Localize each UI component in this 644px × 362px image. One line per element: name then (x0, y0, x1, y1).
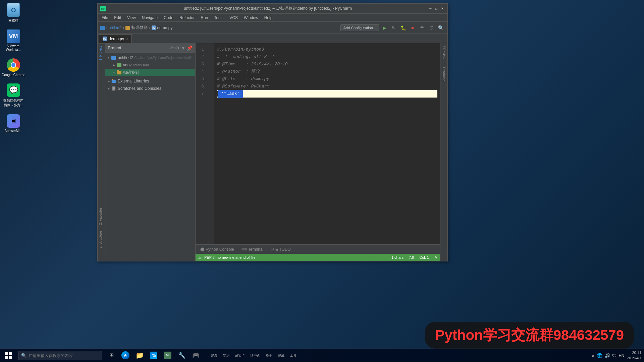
unknown-app-3[interactable]: 🎮 (189, 349, 203, 362)
menu-tools[interactable]: Tools (211, 15, 226, 21)
menu-window[interactable]: Window (241, 15, 261, 21)
edge-app[interactable]: e (119, 349, 132, 362)
task-view-button[interactable]: ⊞ (105, 349, 118, 362)
wechat-icon[interactable]: 💬 微信红包有声 插件（多方... (1, 83, 26, 108)
tray-volume-icon[interactable]: 🔊 (604, 353, 610, 358)
taskbar-label-tools[interactable]: 工具 (290, 353, 297, 358)
wechat-img: 💬 (7, 83, 20, 97)
taskbar-cn-labels: 键盘 签到 藏宝卡 话中面 举手 完成 工具 (211, 353, 297, 358)
panel-tab-project[interactable]: 1: Project (98, 43, 105, 63)
taskbar-label-done[interactable]: 完成 (278, 353, 284, 358)
chrome-desktop-icon[interactable]: Google Chrome (1, 58, 26, 77)
code-text-1: #!/usr/bin/python3 (217, 46, 264, 53)
menu-view[interactable]: View (124, 15, 139, 21)
tab-close-button[interactable]: × (126, 37, 128, 41)
apower-label: ApowerMi... (5, 129, 22, 133)
rerun-button[interactable]: ↻ (390, 24, 398, 32)
taskbar-label-keyboard[interactable]: 键盘 (211, 353, 217, 358)
gutter-6 (209, 80, 214, 87)
menu-edit[interactable]: Edit (111, 15, 124, 21)
status-right: 1 chars 7:9 Col: 1 ✎ (391, 255, 437, 260)
line-numbers: 1 2 3 4 5 6 7 (196, 43, 209, 244)
tray-arrow-icon[interactable]: ∧ (591, 353, 595, 358)
recycle-bin-icon[interactable]: 回收站 (1, 3, 26, 23)
taskbar-label-hand[interactable]: 举手 (266, 353, 272, 358)
todo-tab[interactable]: ☑ & TODO (267, 245, 294, 253)
taskbar-label-face[interactable]: 话中面 (250, 353, 260, 358)
breadcrumb-demopy[interactable]: demo.py (157, 25, 172, 30)
menu-navigate[interactable]: Navigate (139, 15, 160, 21)
editor-content[interactable]: 1 2 3 4 5 6 7 (196, 43, 440, 244)
menu-refactor[interactable]: Refactor (177, 15, 197, 21)
project-tree: ▼ untitled2 C:\Users\pc\PycharmProjects\… (105, 53, 195, 261)
tree-item-scancode[interactable]: ▼ 扫码签到 (105, 69, 195, 76)
breadcrumb-sep1: › (123, 25, 124, 30)
terminal-tab[interactable]: ⌨ Terminal (238, 245, 267, 253)
close-button[interactable]: ✕ (440, 6, 445, 11)
status-chars: 1 chars (391, 255, 404, 259)
run-button[interactable]: ▶ (380, 24, 388, 32)
menu-run[interactable]: Run (198, 15, 211, 21)
python-console-tab[interactable]: ⬤ Python Console (197, 245, 237, 253)
menu-file[interactable]: File (99, 15, 111, 21)
status-warning-text: PEP 8: no newline at end of file (204, 255, 256, 259)
sreview-tab[interactable]: SReview (441, 43, 446, 62)
taskbar-search[interactable]: 🔍 (18, 351, 102, 360)
debug-button[interactable]: 🐛 (399, 24, 407, 32)
tray-en-icon[interactable]: EN (619, 353, 625, 358)
breadcrumb-file: py demo.py (152, 25, 172, 30)
scratches-icon (111, 86, 116, 91)
database-tab[interactable]: Database (441, 64, 446, 84)
venv-icon-item (116, 62, 122, 68)
taskbar-label-card[interactable]: 藏宝卡 (235, 353, 245, 358)
tree-item-venv[interactable]: ▶ venv library root (105, 61, 195, 69)
line-num-4: 4 (196, 68, 206, 75)
project-settings-button[interactable]: ⚙ (175, 45, 179, 51)
tree-arrow-scancode: ▼ (112, 70, 116, 75)
menu-help[interactable]: Help (262, 15, 275, 21)
right-side-tabs: SReview Database (440, 43, 447, 261)
breadcrumb-scanfolder[interactable]: 扫码签到 (131, 25, 148, 31)
profile-button[interactable]: ⏱ (427, 24, 435, 32)
minimize-button[interactable]: ─ (428, 6, 433, 11)
unknown-app-1[interactable]: ✉ (161, 349, 174, 362)
line-num-6: 6 (196, 83, 206, 90)
breadcrumb-untitled2[interactable]: untitled2 (106, 25, 121, 30)
start-button[interactable] (0, 349, 17, 362)
tray-security-icon[interactable]: 🛡 (612, 353, 617, 358)
add-configuration-button[interactable]: Add Configuration... (340, 24, 379, 31)
store-app[interactable]: 🛍 (147, 349, 160, 362)
taskbar-label-checkin[interactable]: 签到 (223, 353, 229, 358)
menu-vcs[interactable]: VCS (227, 15, 240, 21)
coverage-button[interactable]: ☂ (418, 24, 426, 32)
project-sync-button[interactable]: ⟳ (170, 45, 174, 51)
tree-item-external[interactable]: ▶ External Libraries (105, 77, 195, 85)
editor-tab-demopy[interactable]: py demo.py × (99, 34, 132, 43)
vmware-icon[interactable]: VM VMware Worksta... (1, 29, 26, 52)
project-pin-button[interactable]: 📌 (187, 45, 193, 51)
store-icon: 🛍 (150, 352, 157, 359)
stop-button[interactable]: ■ (409, 24, 417, 32)
panel-tab-favorites[interactable]: 2: Favorites (98, 205, 103, 228)
unknown-app-2[interactable]: 🔧 (175, 349, 189, 362)
taskbar-search-input[interactable] (29, 353, 99, 358)
menu-code[interactable]: Code (161, 15, 176, 21)
maximize-button[interactable]: □ (434, 6, 439, 11)
panel-tab-structure[interactable]: 2: Structure (98, 228, 103, 251)
project-collapse-button[interactable]: ▼ (181, 45, 185, 51)
terminal-icon: ⌨ (241, 247, 247, 251)
file-explorer-app[interactable]: 📁 (133, 349, 146, 362)
desktop-icons: 回收站 VM VMware Worksta... Google Chrome 💬… (0, 0, 27, 133)
tree-item-scratches[interactable]: ▶ Scratches and Consoles (105, 85, 195, 92)
search-icon: 🔍 (21, 353, 26, 358)
line-num-2: 2 (196, 53, 206, 61)
chrome-label: Google Chrome (2, 73, 25, 77)
code-editor[interactable]: #!/usr/bin/python3 # -*- coding: utf-8 -… (214, 43, 440, 244)
tree-item-untitled2[interactable]: ▼ untitled2 C:\Users\pc\PycharmProjects\… (105, 54, 195, 61)
tray-network-icon[interactable]: 🌐 (597, 353, 602, 358)
code-text-5: # @File : demo.py (217, 75, 269, 83)
apower-icon[interactable]: 🖥 ApowerMi... (1, 114, 26, 133)
taskbar-clock[interactable]: 20:11 2019/4/1 (627, 350, 641, 361)
code-line-7: ''flask'' (217, 90, 437, 98)
search-everywhere-button[interactable]: 🔍 (437, 24, 445, 32)
